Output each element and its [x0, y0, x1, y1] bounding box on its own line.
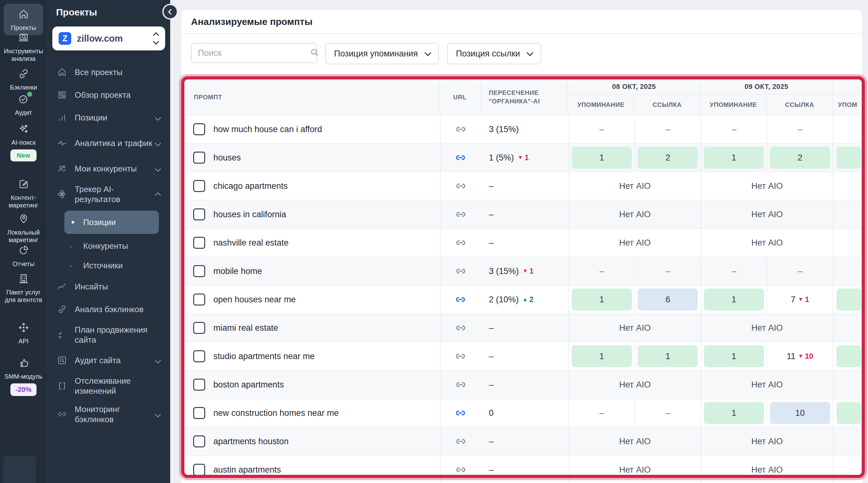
filter-label: Позиция упоминания: [334, 49, 418, 59]
analysis-tools-icon: [18, 32, 30, 45]
url-link-icon[interactable]: [455, 237, 467, 249]
partial-column-cell: [833, 144, 861, 172]
notification-dot: [27, 92, 32, 97]
bullet-icon: ·: [69, 261, 73, 271]
delta-down: ▼1: [798, 295, 809, 304]
sidebar-item-мониторинг-бэклинков[interactable]: Мониторинг бэклинков: [47, 402, 170, 426]
sidebar-item-label: Инсайты: [75, 281, 162, 292]
row-checkbox[interactable]: [193, 294, 205, 305]
rail-item-agency-pack-icon[interactable]: Пакет услуг для агентств: [0, 273, 47, 304]
row-checkbox[interactable]: [193, 322, 205, 334]
app-window: ПроектыИнструменты анализаБэклинкиАудитA…: [0, 0, 868, 483]
rail-item-api-icon[interactable]: API: [0, 322, 47, 345]
prompt-text: mobile home: [213, 266, 262, 276]
row-checkbox[interactable]: [193, 237, 205, 249]
sidebar-item-трекер-ai-результатов[interactable]: Трекер AI-результатов: [47, 182, 170, 206]
url-link-icon[interactable]: [454, 293, 467, 306]
smm-icon: [18, 357, 30, 370]
row-checkbox[interactable]: [193, 208, 205, 220]
sidebar-item-label: Трекер AI-результатов: [75, 184, 156, 204]
date-group-1: 08 ОКТ, 2025 УПОМИНАНИЕ ССЫЛКА: [567, 80, 700, 115]
chevron-down-icon: [155, 165, 161, 172]
header-url: URL: [439, 80, 480, 115]
row-checkbox[interactable]: [193, 435, 205, 447]
rail-item-audit-icon[interactable]: Аудит: [0, 93, 47, 116]
link-cell: –: [767, 115, 833, 143]
partial-column-cell: [833, 314, 861, 342]
sidebar-collapse-button[interactable]: [163, 5, 177, 18]
rail-item-reports-icon[interactable]: Отчеты: [0, 244, 47, 268]
sidebar-item-позиции[interactable]: •Позиции: [64, 211, 159, 234]
sidebar-item-анализ-бэклинков[interactable]: Анализ бэклинков: [47, 300, 170, 319]
row-checkbox[interactable]: [193, 379, 205, 391]
search-box[interactable]: [191, 43, 317, 63]
link-position-filter[interactable]: Позиция ссылки: [447, 43, 541, 64]
sidebar-item-label: План продвижения сайта: [75, 325, 162, 345]
rail-item-ai-search-icon[interactable]: AI-поискNew: [0, 123, 47, 161]
partial-column-cell: [833, 342, 861, 370]
mention-position-filter[interactable]: Позиция упоминания: [325, 43, 439, 64]
url-link-icon[interactable]: [454, 151, 467, 164]
link-cell: 7▼1: [767, 285, 833, 313]
row-checkbox[interactable]: [193, 123, 205, 135]
content-marketing-icon: [18, 178, 30, 191]
rail-item-home-icon[interactable]: Проекты: [4, 4, 43, 35]
url-link-icon[interactable]: [455, 123, 467, 135]
rail-item-local-marketing-icon[interactable]: Локальный маркетинг: [0, 213, 47, 244]
sidebar-item-источники[interactable]: ·Источники: [47, 258, 170, 273]
row-checkbox[interactable]: [193, 265, 205, 277]
no-aio-cell: Нет AIO: [701, 456, 833, 483]
url-link-icon[interactable]: [454, 350, 467, 363]
url-link-icon[interactable]: [455, 322, 467, 334]
zillow-logo-icon: Z: [59, 32, 71, 45]
table-row: boston apartments–Нет AIOНет AIO: [185, 370, 861, 398]
sidebar-item-аналитика-и-трафик[interactable]: Аналитика и трафик: [47, 131, 170, 155]
position-badge-partial: [836, 289, 861, 310]
url-link-icon[interactable]: [455, 463, 467, 476]
url-link-icon[interactable]: [454, 407, 467, 419]
row-checkbox[interactable]: [193, 407, 205, 419]
partial-column-cell: [833, 399, 861, 427]
row-checkbox[interactable]: [193, 464, 205, 476]
rail-item-smm-icon[interactable]: SMM-модуль-20%: [0, 357, 47, 396]
sidebar-item-аудит-сайта[interactable]: Аудит сайта: [47, 351, 170, 369]
sidebar-item-план-продвижения-сайта[interactable]: План продвижения сайта: [47, 323, 170, 347]
row-checkbox[interactable]: [193, 350, 205, 362]
sidebar-item-инсайты[interactable]: Инсайты: [47, 277, 170, 296]
url-link-icon[interactable]: [455, 378, 467, 391]
sidebar-item-отслеживание-изменений[interactable]: Отслеживание изменений: [47, 374, 170, 398]
rail-item-label: SMM-модуль: [4, 373, 42, 380]
sidebar-item-мои-конкуренты[interactable]: Мои конкуренты: [47, 159, 170, 178]
url-link-icon[interactable]: [455, 435, 467, 448]
chevron-left-icon: [168, 9, 174, 14]
table-row: new construction homes near me0––110: [185, 398, 861, 427]
chevron-down-icon: [155, 357, 161, 363]
sidebar-item-все-проекты[interactable]: Все проекты: [47, 63, 170, 81]
row-checkbox[interactable]: [193, 180, 205, 192]
sidebar-item-обзор-проекта[interactable]: Обзор проекта: [47, 86, 170, 104]
header-link: ССЫЛКА: [766, 95, 832, 115]
sidebar-item-позиции[interactable]: Позиции: [47, 109, 170, 127]
partial-column-cell: [833, 229, 861, 256]
delta-down: ▼1: [518, 153, 529, 162]
sidebar-item-конкуренты[interactable]: ·Конкуренты: [47, 238, 170, 253]
url-link-icon[interactable]: [455, 265, 467, 277]
rail-item-content-marketing-icon[interactable]: Контент-маркетинг: [0, 178, 47, 209]
changes-icon: [57, 381, 68, 391]
rail-item-analysis-tools-icon[interactable]: Инструменты анализа: [0, 32, 47, 62]
local-marketing-icon: [18, 213, 30, 226]
partial-column-cell: [833, 427, 861, 455]
project-selector[interactable]: Z zillow.com: [52, 27, 165, 51]
partial-column-cell: [833, 115, 861, 143]
rail-item-label: Проекты: [11, 24, 36, 32]
url-link-icon[interactable]: [455, 208, 467, 221]
table-row: open houses near me2 (10%)▲21617▼1: [185, 285, 861, 313]
row-checkbox[interactable]: [193, 152, 205, 163]
rail-item-backlinks-icon[interactable]: Бэклинки: [0, 68, 47, 91]
search-input[interactable]: [197, 48, 310, 58]
header-mention: УПОМИНАНИЕ: [568, 95, 633, 115]
table-row: houses in california–Нет AIOНет AIO: [185, 200, 861, 228]
insights-icon: [57, 281, 68, 292]
link-cell: –: [634, 257, 701, 285]
url-link-icon[interactable]: [455, 180, 467, 192]
